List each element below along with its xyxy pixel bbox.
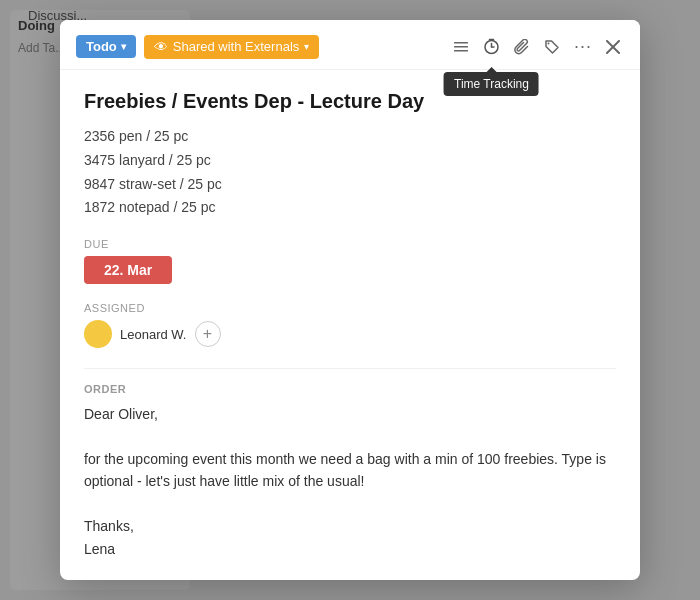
task-modal: Todo ▾ 👁 Shared with Externals ▾ xyxy=(60,20,640,580)
task-item-2: 3475 lanyard / 25 pc xyxy=(84,149,616,173)
add-assignee-button[interactable]: + xyxy=(195,321,221,347)
time-tracking-button[interactable]: Time Tracking xyxy=(479,34,504,59)
due-date-badge[interactable]: 22. Mar xyxy=(84,256,172,284)
eye-icon: 👁 xyxy=(154,39,168,55)
order-line-2: for the upcoming event this month we nee… xyxy=(84,448,616,493)
order-text: Dear Oliver, for the upcoming event this… xyxy=(84,403,616,560)
tag-icon xyxy=(544,39,560,55)
header-left: Todo ▾ 👁 Shared with Externals ▾ xyxy=(76,35,319,59)
assigned-label: Assigned xyxy=(84,302,221,314)
order-line-1: Dear Oliver, xyxy=(84,403,616,425)
svg-point-7 xyxy=(547,42,549,44)
close-icon xyxy=(606,40,620,54)
due-label: Due xyxy=(84,238,616,250)
status-label: Todo xyxy=(86,39,117,54)
status-dropdown-arrow: ▾ xyxy=(121,41,126,52)
task-item-1: 2356 pen / 25 pc xyxy=(84,125,616,149)
order-line-3: Thanks, xyxy=(84,515,616,537)
svg-rect-0 xyxy=(454,42,468,44)
task-item-4: 1872 notepad / 25 pc xyxy=(84,196,616,220)
modal-body: Freebies / Events Dep - Lecture Day 2356… xyxy=(60,70,640,580)
order-line-4: Lena xyxy=(84,538,616,560)
svg-rect-1 xyxy=(454,46,468,48)
tag-button[interactable] xyxy=(540,35,564,59)
more-dots-icon: ··· xyxy=(574,36,592,57)
task-title: Freebies / Events Dep - Lecture Day xyxy=(84,90,616,113)
modal-header-bar: Todo ▾ 👁 Shared with Externals ▾ xyxy=(60,20,640,70)
checklist-button[interactable] xyxy=(449,35,473,59)
clock-icon xyxy=(483,38,500,55)
due-section: Due 22. Mar xyxy=(84,238,616,284)
avatar xyxy=(84,320,112,348)
assigned-inner: Leonard W. + xyxy=(84,320,221,348)
close-button[interactable] xyxy=(602,36,624,58)
attachment-button[interactable] xyxy=(510,35,534,59)
assigned-section: Assigned Leonard W. + xyxy=(84,302,616,348)
order-section: ORDER Dear Oliver, for the upcoming even… xyxy=(84,383,616,560)
header-right: Time Tracking ··· xyxy=(449,32,624,61)
more-options-button[interactable]: ··· xyxy=(570,32,596,61)
svg-rect-2 xyxy=(454,50,468,52)
task-item-3: 9847 straw-set / 25 pc xyxy=(84,173,616,197)
assignee-name: Leonard W. xyxy=(120,327,187,342)
shared-with-externals-badge[interactable]: 👁 Shared with Externals ▾ xyxy=(144,35,319,59)
divider-1 xyxy=(84,368,616,369)
paperclip-icon xyxy=(514,39,530,55)
shared-label: Shared with Externals xyxy=(173,39,299,54)
order-label: ORDER xyxy=(84,383,616,395)
task-items: 2356 pen / 25 pc 3475 lanyard / 25 pc 98… xyxy=(84,125,616,220)
shared-dropdown-arrow: ▾ xyxy=(304,41,309,52)
checklist-icon xyxy=(453,39,469,55)
status-badge[interactable]: Todo ▾ xyxy=(76,35,136,58)
